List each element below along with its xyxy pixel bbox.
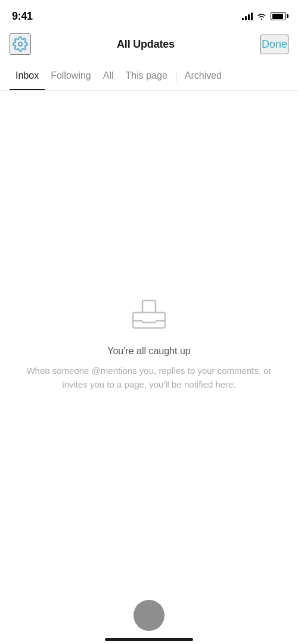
tab-all[interactable]: All (97, 63, 120, 89)
empty-state-description: When someone @mentions you, replies to y… (24, 364, 274, 392)
status-bar: 9:41 (0, 0, 298, 29)
battery-icon (271, 12, 286, 20)
tab-inbox[interactable]: Inbox (10, 63, 45, 89)
tab-this-page[interactable]: This page (120, 63, 173, 89)
inbox-empty-icon (128, 296, 170, 334)
tab-divider (176, 71, 176, 82)
tab-following[interactable]: Following (45, 63, 97, 89)
signal-icon (242, 12, 253, 20)
status-time: 9:41 (12, 10, 33, 23)
home-button[interactable] (134, 600, 164, 631)
status-icons (242, 12, 286, 20)
home-area (0, 596, 298, 644)
empty-state-title: You're all caught up (107, 346, 190, 357)
page-title: All Updates (117, 38, 175, 51)
gear-icon (13, 36, 28, 52)
nav-bar: All Updates Done (0, 29, 298, 62)
wifi-icon (256, 12, 267, 20)
done-button[interactable]: Done (260, 35, 288, 54)
settings-button[interactable] (10, 33, 31, 55)
svg-point-0 (18, 42, 23, 47)
tab-archived[interactable]: Archived (179, 63, 228, 89)
tab-bar: Inbox Following All This page Archived (0, 62, 298, 91)
home-indicator (105, 638, 193, 641)
main-content: You're all caught up When someone @menti… (0, 91, 298, 596)
